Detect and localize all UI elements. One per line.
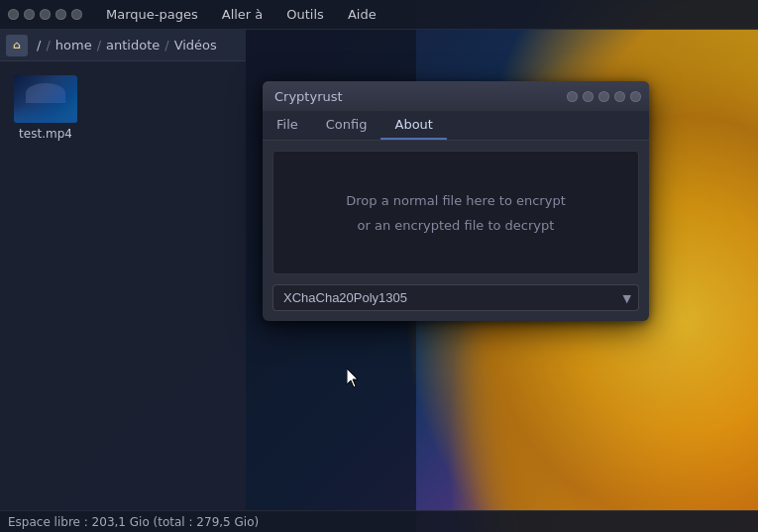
crypto-titlebar: Cryptyrust: [263, 81, 649, 111]
list-item[interactable]: test.mp4: [10, 71, 81, 145]
file-thumbnail: [14, 75, 77, 123]
crypto-window-controls: [567, 91, 641, 102]
menu-help[interactable]: Aide: [344, 5, 380, 24]
path-antidote[interactable]: antidote: [103, 37, 162, 53]
crypto-dot-5[interactable]: [630, 91, 641, 102]
tab-about[interactable]: About: [380, 111, 446, 140]
drop-text-line1: Drop a normal file here to encrypt: [346, 193, 566, 208]
home-button[interactable]: ⌂: [6, 35, 28, 56]
crypto-dot-2[interactable]: [583, 91, 594, 102]
file-manager: ⌂ / / home / antidote / Vidéos test.mp4: [0, 30, 246, 510]
algorithm-selector-row: XChaCha20Poly1305 AES-256-GCM ChaCha20Po…: [272, 284, 639, 311]
window-controls-top: [8, 9, 82, 20]
status-bar: Espace libre : 203,1 Gio (total : 279,5 …: [0, 510, 758, 532]
path-videos[interactable]: Vidéos: [171, 37, 220, 53]
address-path: / / home / antidote / Vidéos: [34, 37, 240, 53]
path-sep-3: /: [164, 38, 168, 53]
menu-tools[interactable]: Outils: [282, 5, 328, 24]
control-dot-5: [71, 9, 82, 20]
status-text: Espace libre : 203,1 Gio (total : 279,5 …: [8, 515, 259, 529]
crypto-dot-3[interactable]: [598, 91, 609, 102]
crypto-window-title: Cryptyrust: [271, 89, 561, 104]
crypto-window: Cryptyrust File Config About Drop a norm…: [263, 81, 649, 321]
crypto-tabs: File Config About: [263, 111, 649, 141]
path-sep-1: /: [46, 38, 50, 53]
address-bar: ⌂ / / home / antidote / Vidéos: [0, 30, 246, 61]
control-dot-3: [40, 9, 51, 20]
menu-go[interactable]: Aller à: [218, 5, 268, 24]
file-thumb-content: [14, 75, 77, 123]
crypto-dot-1[interactable]: [567, 91, 578, 102]
path-root[interactable]: /: [34, 37, 44, 53]
drop-text-line2: or an encrypted file to decrypt: [358, 218, 555, 233]
menu-bookmarks[interactable]: Marque-pages: [102, 5, 202, 24]
file-name: test.mp4: [19, 127, 72, 141]
control-dot-2: [24, 9, 35, 20]
control-dot-4: [55, 9, 66, 20]
control-dot-1: [8, 9, 19, 20]
drop-zone[interactable]: Drop a normal file here to encrypt or an…: [272, 151, 639, 274]
file-area: test.mp4: [0, 61, 246, 510]
path-home[interactable]: home: [53, 37, 95, 53]
crypto-dot-4[interactable]: [614, 91, 625, 102]
top-menubar: Marque-pages Aller à Outils Aide: [0, 0, 758, 30]
path-sep-2: /: [97, 38, 101, 53]
tab-config[interactable]: Config: [312, 111, 381, 140]
tab-file[interactable]: File: [263, 111, 312, 140]
algorithm-select[interactable]: XChaCha20Poly1305 AES-256-GCM ChaCha20Po…: [272, 284, 639, 311]
